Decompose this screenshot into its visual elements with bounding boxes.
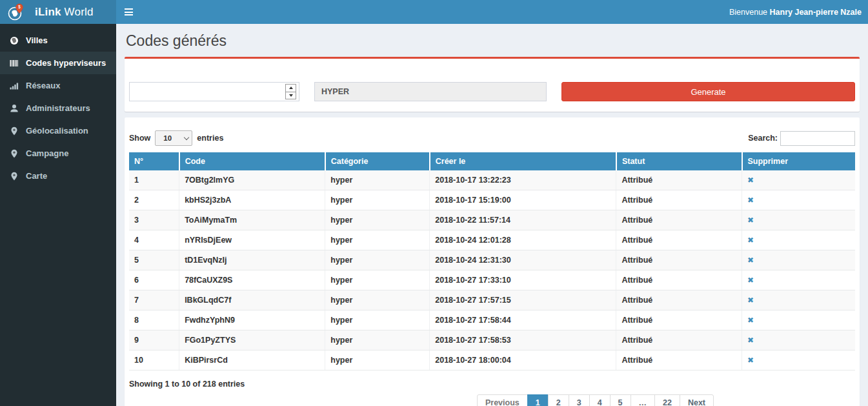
cell-status: Attribué [616, 270, 742, 290]
cell-category: hyper [325, 170, 430, 190]
sidebar-item-codes-hyperviseurs[interactable]: Codes hyperviseurs [0, 52, 116, 74]
cell-category: hyper [325, 190, 430, 210]
pagination-next[interactable]: Next [680, 394, 714, 406]
delete-code-icon[interactable]: ✖ [747, 356, 754, 365]
cell-code: FGo1PyZTYS [179, 330, 325, 350]
cell-created: 2018-10-27 18:00:04 [430, 350, 616, 370]
pagination-4[interactable]: 4 [589, 394, 611, 406]
cell-delete: ✖ [742, 190, 856, 210]
sidebar-item-villes[interactable]: Villes [0, 29, 116, 52]
cell-n: 10 [129, 350, 179, 370]
cell-category: hyper [325, 330, 430, 350]
number-spinner[interactable] [285, 84, 296, 99]
sidebar-item-label: Géolocalisation [26, 126, 88, 136]
column-header-statut[interactable]: Statut [616, 152, 742, 170]
cell-n: 9 [129, 330, 179, 350]
column-header-cr-er-le[interactable]: Créer le [430, 152, 616, 170]
sidebar-toggle-hamburger-icon[interactable] [116, 0, 141, 24]
column-header-supprimer[interactable]: Supprimer [742, 152, 856, 170]
sidebar-item-administrateurs[interactable]: Administrateurs [0, 97, 116, 119]
pagination-ellipsis: … [631, 394, 656, 406]
column-header-cat-gorie[interactable]: Catégorie [325, 152, 430, 170]
delete-code-icon[interactable]: ✖ [747, 316, 754, 325]
cell-delete: ✖ [742, 330, 856, 350]
cell-status: Attribué [616, 330, 742, 350]
table-row: 5tD1EvqNzIjhyper2018-10-24 12:31:30Attri… [129, 250, 855, 270]
page-length-control: Show 10 entries [129, 130, 223, 146]
generate-button[interactable]: Generate [561, 82, 855, 101]
cell-code: ToAiMymaTm [179, 210, 325, 230]
cell-created: 2018-10-24 12:01:28 [430, 230, 616, 250]
pagination-22[interactable]: 22 [654, 394, 680, 406]
delete-code-icon[interactable]: ✖ [747, 256, 754, 265]
cell-n: 2 [129, 190, 179, 210]
ilink-globe-pin-logo-icon: $ [6, 3, 26, 22]
search-input[interactable] [780, 131, 855, 146]
entries-per-page-select[interactable]: 10 [155, 130, 192, 146]
delete-code-icon[interactable]: ✖ [747, 176, 754, 185]
map-marker-icon [9, 149, 19, 158]
signal-icon [9, 81, 19, 90]
delete-code-icon[interactable]: ✖ [747, 276, 754, 285]
sidebar-item-carte[interactable]: Carte [0, 165, 116, 187]
top-bar: $ iLink World Bienvenue Hanry Jean-pierr… [0, 0, 868, 24]
cell-created: 2018-10-17 15:19:00 [430, 190, 616, 210]
cell-n: 7 [129, 290, 179, 310]
column-header-n-[interactable]: N° [129, 152, 179, 170]
delete-code-icon[interactable]: ✖ [747, 236, 754, 245]
main-content: Codes générés Generate Show [116, 24, 868, 406]
cell-n: 4 [129, 230, 179, 250]
brand-logo-area[interactable]: $ iLink World [0, 0, 116, 24]
sidebar-menu: VillesCodes hyperviseursRéseauxAdministr… [0, 24, 116, 406]
cell-delete: ✖ [742, 270, 856, 290]
cell-created: 2018-10-17 13:22:23 [430, 170, 616, 190]
quantity-input[interactable] [129, 82, 299, 101]
show-label: Show [129, 134, 150, 143]
table-row: 9FGo1PyZTYShyper2018-10-27 17:58:53Attri… [129, 330, 855, 350]
delete-code-icon[interactable]: ✖ [747, 216, 754, 225]
cell-delete: ✖ [742, 290, 856, 310]
cell-status: Attribué [616, 170, 742, 190]
pagination-previous[interactable]: Previous [477, 394, 528, 406]
cell-category: hyper [325, 290, 430, 310]
delete-code-icon[interactable]: ✖ [747, 196, 754, 205]
cell-category: hyper [325, 350, 430, 370]
table-row: 3ToAiMymaTmhyper2018-10-22 11:57:14Attri… [129, 210, 855, 230]
table-header-row: N°CodeCatégorieCréer leStatutSupprimer [129, 152, 855, 170]
cell-n: 5 [129, 250, 179, 270]
sidebar-item-label: Campagne [26, 148, 68, 158]
quantity-field-wrap [129, 82, 299, 101]
map-marker-icon [9, 127, 19, 136]
globe-icon [9, 36, 19, 45]
cell-created: 2018-10-24 12:31:30 [430, 250, 616, 270]
sidebar-item-campagne[interactable]: Campagne [0, 142, 116, 165]
spinner-down-icon[interactable] [289, 94, 293, 97]
cell-delete: ✖ [742, 250, 856, 270]
search-control: Search: [748, 131, 855, 146]
sidebar-item-label: Réseaux [26, 81, 60, 90]
sidebar-item-r-seaux[interactable]: Réseaux [0, 74, 116, 97]
sidebar-item-label: Carte [26, 171, 47, 181]
table-row: 17OBtg2lmYGhyper2018-10-17 13:22:23Attri… [129, 170, 855, 190]
pagination-3[interactable]: 3 [569, 394, 590, 406]
table-row: 7IBkGLqdC7fhyper2018-10-27 17:57:15Attri… [129, 290, 855, 310]
column-header-code[interactable]: Code [179, 152, 325, 170]
svg-text:$: $ [18, 5, 21, 10]
pagination-1[interactable]: 1 [527, 394, 549, 406]
pagination-5[interactable]: 5 [610, 394, 631, 406]
pagination-2[interactable]: 2 [548, 394, 569, 406]
cell-delete: ✖ [742, 230, 856, 250]
cell-created: 2018-10-22 11:57:14 [430, 210, 616, 230]
category-input [314, 82, 547, 101]
delete-code-icon[interactable]: ✖ [747, 336, 754, 345]
table-row: 4nYRIsDjEewhyper2018-10-24 12:01:28Attri… [129, 230, 855, 250]
sidebar-item-label: Administrateurs [26, 103, 90, 113]
spinner-up-icon[interactable] [289, 86, 293, 89]
sidebar-item-g-olocalisation[interactable]: Géolocalisation [0, 119, 116, 142]
cell-code: FwdhzYphN9 [179, 310, 325, 330]
navbar: Bienvenue Hanry Jean-pierre Nzale [116, 0, 868, 24]
cell-code: tD1EvqNzIj [179, 250, 325, 270]
sidebar-item-label: Villes [26, 36, 48, 45]
cell-status: Attribué [616, 190, 742, 210]
delete-code-icon[interactable]: ✖ [747, 296, 754, 305]
